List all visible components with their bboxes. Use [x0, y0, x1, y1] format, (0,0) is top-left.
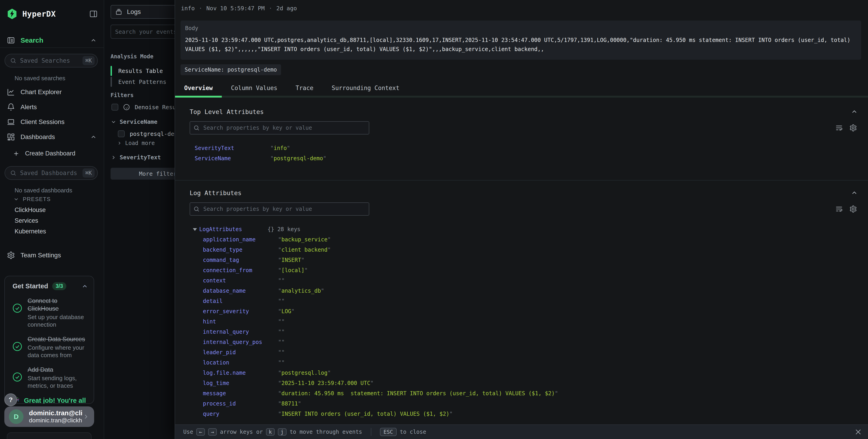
sidebar-item-client-sessions[interactable]: Client Sessions: [0, 116, 104, 128]
sidebar-collapse-icon[interactable]: [89, 9, 98, 18]
kbd-esc: ESC: [380, 428, 397, 436]
attribute-value: [278, 357, 285, 368]
attribute-key[interactable]: context: [203, 276, 278, 286]
load-more-button[interactable]: Load more: [117, 140, 155, 146]
severity-badge: info: [181, 5, 195, 12]
disclosure-triangle-icon[interactable]: [193, 228, 197, 231]
property-search-input[interactable]: [190, 202, 369, 216]
attribute-row[interactable]: internal_query: [190, 327, 868, 337]
chevron-up-icon[interactable]: [90, 37, 97, 44]
attribute-key[interactable]: ServiceName: [195, 153, 270, 164]
attribute-key[interactable]: location: [203, 357, 278, 368]
attribute-row[interactable]: hint: [190, 317, 868, 327]
attribute-key[interactable]: detail: [203, 296, 278, 306]
attribute-key[interactable]: query: [203, 409, 278, 419]
attribute-row[interactable]: detail: [190, 296, 868, 306]
presets-toggle[interactable]: PRESETS: [13, 196, 51, 202]
tab[interactable]: Overview: [175, 80, 222, 96]
tab[interactable]: Trace: [286, 80, 322, 96]
filter-group-severitytext[interactable]: SeverityText: [111, 154, 161, 161]
hyperdx-logo-icon: [7, 8, 17, 20]
attribute-key[interactable]: hint: [203, 317, 278, 327]
attribute-row[interactable]: backend_type client backend: [190, 245, 868, 255]
service-name-tag[interactable]: ServiceName: postgresql-demo: [181, 64, 281, 75]
attribute-key[interactable]: log_time: [203, 378, 278, 388]
service-checkbox[interactable]: [118, 130, 125, 137]
denoise-checkbox[interactable]: [112, 104, 118, 111]
sidebar-item-team-settings[interactable]: Team Settings: [0, 249, 104, 261]
get-started-item[interactable]: Connect to ClickHouse Set up your databa…: [12, 297, 87, 328]
attribute-key[interactable]: internal_query: [203, 327, 278, 337]
attribute-row[interactable]: location: [190, 357, 868, 368]
attribute-row[interactable]: application_name backup_service: [190, 234, 868, 245]
attribute-row[interactable]: internal_query_pos: [190, 337, 868, 347]
help-button[interactable]: ?: [4, 394, 17, 406]
saved-searches-input[interactable]: Saved Searches ⌘K: [5, 54, 98, 67]
tab[interactable]: Column Values: [222, 80, 286, 96]
user-profile-button[interactable]: D dominic.tran@clic... dominic.tran@clic…: [4, 406, 94, 427]
attribute-row[interactable]: connection_from [local]: [190, 265, 868, 276]
attribute-row[interactable]: error_severity LOG: [190, 306, 868, 317]
gear-icon[interactable]: [849, 205, 857, 213]
event-search-input[interactable]: [115, 29, 181, 35]
presets-label: PRESETS: [23, 196, 51, 202]
chevron-up-icon[interactable]: [90, 133, 97, 140]
attribute-key[interactable]: SeverityText: [195, 143, 270, 153]
sidebar-item-search[interactable]: Search: [0, 33, 104, 48]
attribute-key[interactable]: process_id: [203, 399, 278, 409]
attribute-key[interactable]: backend_type: [203, 245, 278, 255]
attribute-key[interactable]: message: [203, 388, 278, 399]
attribute-key[interactable]: application_name: [203, 234, 278, 245]
sidebar-item-alerts[interactable]: Alerts: [0, 101, 104, 113]
attribute-key[interactable]: command_tag: [203, 255, 278, 265]
tab[interactable]: Surrounding Context: [322, 80, 408, 96]
detail-tabs: Overview Column Values Trace Surrounding…: [175, 80, 868, 98]
kbd-j: j: [278, 428, 286, 436]
dashboard-grid-icon: [7, 133, 15, 141]
attribute-row[interactable]: command_tag INSERT: [190, 255, 868, 265]
wrap-lines-icon[interactable]: [835, 124, 843, 132]
chevron-up-icon[interactable]: [851, 189, 858, 196]
attribute-key[interactable]: database_name: [203, 286, 278, 296]
attribute-key[interactable]: LogAttributes: [199, 224, 268, 234]
filter-group-servicename[interactable]: ServiceName: [111, 119, 157, 125]
sidebar-item-dashboards[interactable]: Dashboards: [0, 131, 104, 143]
attribute-key[interactable]: leader_pid: [203, 347, 278, 357]
sidebar-item-label: Alerts: [21, 103, 37, 111]
chevron-up-icon[interactable]: [82, 283, 88, 290]
check-circle-icon: [12, 341, 23, 359]
saved-dashboards-input[interactable]: Saved Dashboards ⌘K: [5, 166, 98, 180]
attribute-key[interactable]: log.file.name: [203, 368, 278, 378]
attribute-row[interactable]: process_id 88711: [190, 399, 868, 409]
sidebar-item-kubernetes[interactable]: Kubernetes: [14, 228, 46, 235]
attribute-row[interactable]: database_name analytics_db: [190, 286, 868, 296]
attribute-row[interactable]: log.file.name postgresql.log: [190, 368, 868, 378]
attribute-key[interactable]: connection_from: [203, 265, 278, 276]
search-icon: [10, 57, 17, 64]
attribute-row[interactable]: log_time 2025-11-10 23:59:47.000 UTC: [190, 378, 868, 388]
attribute-row[interactable]: SeverityText info: [190, 143, 868, 153]
attribute-row[interactable]: context: [190, 276, 868, 286]
attribute-row[interactable]: ServiceName postgresql-demo: [190, 153, 868, 164]
wrap-lines-icon[interactable]: [835, 205, 843, 213]
bottom-teaser-card[interactable]: [7, 432, 92, 439]
filter-option-postgresql-demo[interactable]: postgresql-demo: [118, 130, 181, 137]
create-dashboard-button[interactable]: Create Dashboard: [13, 150, 75, 157]
attribute-key[interactable]: internal_query_pos: [203, 337, 278, 347]
attribute-row[interactable]: message duration: 45.950 ms statement: I…: [190, 388, 868, 399]
no-saved-dashboards-text: No saved dashboards: [14, 187, 72, 194]
sidebar-item-clickhouse[interactable]: ClickHouse: [14, 207, 46, 214]
attribute-row[interactable]: query INSERT INTO orders (user_id, total…: [190, 409, 868, 419]
log-attributes-root-row[interactable]: LogAttributes {}28 keys: [190, 224, 868, 234]
chevron-up-icon[interactable]: [851, 108, 858, 115]
gear-icon[interactable]: [849, 124, 857, 132]
sidebar-item-services[interactable]: Services: [14, 217, 38, 224]
sidebar-item-chart-explorer[interactable]: Chart Explorer: [0, 86, 104, 98]
body-card[interactable]: Body 2025-11-10 23:59:47.000 UTC,postgre…: [181, 21, 861, 60]
attribute-row[interactable]: leader_pid: [190, 347, 868, 357]
get-started-item[interactable]: Add Data Start sending logs, metrics, or…: [12, 366, 87, 389]
get-started-item[interactable]: Create Data Sources Configure where your…: [12, 335, 87, 359]
attribute-key[interactable]: error_severity: [203, 306, 278, 317]
property-search-input[interactable]: [190, 121, 369, 134]
close-icon[interactable]: [854, 428, 862, 436]
